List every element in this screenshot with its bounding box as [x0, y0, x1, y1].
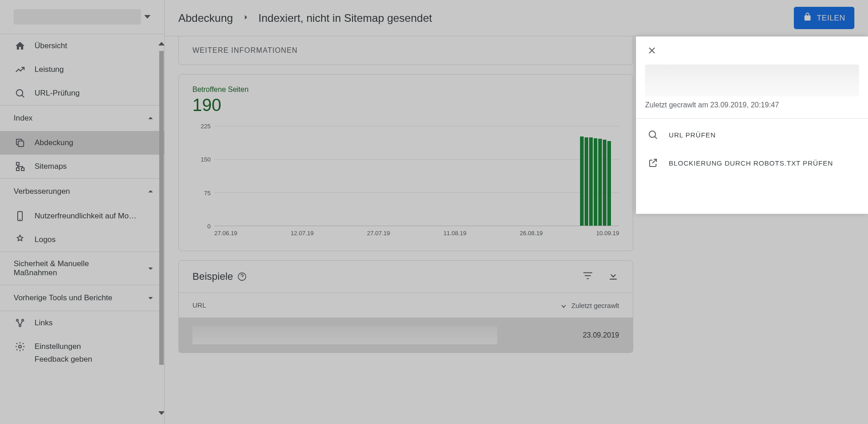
- svg-point-6: [16, 319, 18, 321]
- nav-label: Abdeckung: [35, 138, 73, 147]
- bar[interactable]: [603, 140, 606, 226]
- detail-panel: Zuletzt gecrawlt am 23.09.2019, 20:19:47…: [636, 36, 868, 214]
- action-inspect-url[interactable]: URL PRÜFEN: [636, 121, 868, 149]
- bar[interactable]: [598, 139, 602, 226]
- download-icon[interactable]: [607, 270, 619, 283]
- info-card[interactable]: WEITERE INFORMATIONEN: [178, 36, 633, 65]
- section-title: Verbesserungen: [14, 187, 70, 196]
- panel-url-redacted: [645, 65, 859, 96]
- y-axis: 225 150 75 0: [192, 126, 211, 226]
- nav-url-inspection[interactable]: URL-Prüfung: [0, 81, 164, 105]
- nav-mobile-usability[interactable]: Nutzerfreundlichkeit auf Mobilgeräten: [0, 204, 164, 228]
- section-title: Sicherheit & Manuelle Maßnahmen: [14, 259, 127, 278]
- section-improvements[interactable]: Verbesserungen: [0, 178, 164, 204]
- nav-links[interactable]: Links: [0, 311, 164, 335]
- sidebar-scrollbar[interactable]: [159, 42, 164, 415]
- svg-rect-3: [16, 168, 19, 171]
- col-url[interactable]: URL: [192, 301, 560, 309]
- section-legacy[interactable]: Vorherige Tools und Berichte: [0, 285, 164, 311]
- logos-icon: [15, 234, 25, 245]
- bars: [580, 136, 611, 226]
- gear-icon: [15, 341, 25, 352]
- action-label: BLOCKIERUNG DURCH ROBOTS.TXT PRÜFEN: [669, 159, 833, 167]
- nav-label: Sitemaps: [35, 162, 67, 171]
- svg-rect-4: [21, 168, 24, 171]
- search-icon: [647, 129, 659, 141]
- trend-icon: [15, 64, 25, 75]
- section-title: Index: [14, 114, 33, 123]
- nav-label: Nutzerfreundlichkeit auf Mobilgeräten: [35, 212, 139, 221]
- sidebar: Übersicht Leistung URL-Prüfung Index Abd…: [0, 0, 165, 424]
- nav-label: Links: [35, 318, 53, 328]
- examples-card: Beispiele URL Zuletzt gecrawlt 23.09.201…: [178, 260, 633, 353]
- chart-value: 190: [192, 96, 619, 115]
- help-icon[interactable]: [237, 272, 247, 281]
- breadcrumb-parent[interactable]: Abdeckung: [178, 12, 233, 25]
- action-robots[interactable]: BLOCKIERUNG DURCH ROBOTS.TXT PRÜFEN: [636, 149, 868, 177]
- nav-logos[interactable]: Logos: [0, 228, 164, 252]
- chevron-right-icon: [241, 12, 250, 25]
- breadcrumb-detail: Indexiert, nicht in Sitemap gesendet: [258, 12, 432, 25]
- topbar: Abdeckung Indexiert, nicht in Sitemap ge…: [165, 0, 868, 36]
- svg-point-0: [16, 90, 23, 96]
- nav-overview[interactable]: Übersicht: [0, 34, 164, 58]
- nav-label: Übersicht: [35, 41, 67, 50]
- col-date[interactable]: Zuletzt gecrawlt: [560, 301, 619, 309]
- filter-icon[interactable]: [582, 270, 594, 283]
- breadcrumb: Abdeckung Indexiert, nicht in Sitemap ge…: [178, 12, 432, 25]
- table-header: Beispiele: [179, 261, 633, 293]
- close-button[interactable]: [645, 44, 659, 57]
- svg-point-9: [19, 345, 21, 348]
- chevron-down-icon: [145, 293, 156, 303]
- nav-performance[interactable]: Leistung: [0, 58, 164, 81]
- share-label: TEILEN: [817, 14, 845, 23]
- bar[interactable]: [594, 138, 597, 226]
- plot-area: [214, 126, 619, 226]
- svg-point-7: [22, 319, 24, 321]
- svg-point-11: [649, 131, 656, 137]
- chart-plot: 225 150 75 0 27.06.19 12.07.19 27.07.19 …: [192, 126, 619, 240]
- search-icon: [15, 88, 25, 99]
- chart-card: Betroffene Seiten 190 225 150 75 0 27.06…: [178, 74, 633, 251]
- svg-rect-1: [18, 141, 24, 146]
- chevron-down-icon: [145, 263, 156, 274]
- lock-icon: [803, 12, 812, 24]
- feedback-icon: [15, 354, 25, 365]
- property-selector[interactable]: [0, 0, 164, 34]
- nav-settings[interactable]: Einstellungen: [0, 335, 164, 354]
- action-label: URL PRÜFEN: [669, 131, 716, 139]
- close-icon: [646, 45, 657, 56]
- section-security[interactable]: Sicherheit & Manuelle Maßnahmen: [0, 252, 164, 285]
- svg-point-8: [19, 325, 21, 327]
- bar[interactable]: [607, 141, 611, 226]
- chevron-up-icon: [145, 113, 156, 124]
- info-title: WEITERE INFORMATIONEN: [192, 46, 619, 55]
- panel-crawl-date: Zuletzt gecrawlt am 23.09.2019, 20:19:47: [636, 101, 868, 119]
- table-title: Beispiele: [192, 271, 233, 283]
- links-icon: [15, 318, 25, 328]
- copy-icon: [15, 137, 25, 148]
- chart-label: Betroffene Seiten: [192, 86, 619, 94]
- nav-sitemaps[interactable]: Sitemaps: [0, 155, 164, 178]
- bar[interactable]: [580, 136, 584, 226]
- svg-rect-2: [16, 162, 19, 165]
- share-button[interactable]: TEILEN: [794, 7, 854, 29]
- table-row[interactable]: 23.09.2019: [179, 318, 633, 353]
- nav-label: Feedback geben: [35, 355, 92, 364]
- sitemap-icon: [15, 161, 25, 172]
- nav-label: URL-Prüfung: [35, 89, 80, 98]
- home-icon: [15, 40, 25, 51]
- section-index[interactable]: Index: [0, 105, 164, 131]
- section-title: Vorherige Tools und Berichte: [14, 293, 112, 303]
- property-name-redacted: [14, 9, 141, 25]
- nav-feedback[interactable]: Feedback geben: [0, 354, 164, 371]
- nav-label: Einstellungen: [35, 342, 81, 351]
- nav-label: Leistung: [35, 65, 64, 74]
- x-axis: 27.06.19 12.07.19 27.07.19 11.08.19 26.0…: [214, 230, 619, 237]
- table-columns: URL Zuletzt gecrawlt: [179, 293, 633, 318]
- bar[interactable]: [589, 137, 593, 226]
- row-url-redacted: [192, 326, 497, 344]
- chevron-down-icon: [144, 15, 151, 19]
- bar[interactable]: [585, 137, 588, 226]
- nav-coverage[interactable]: Abdeckung: [0, 131, 164, 155]
